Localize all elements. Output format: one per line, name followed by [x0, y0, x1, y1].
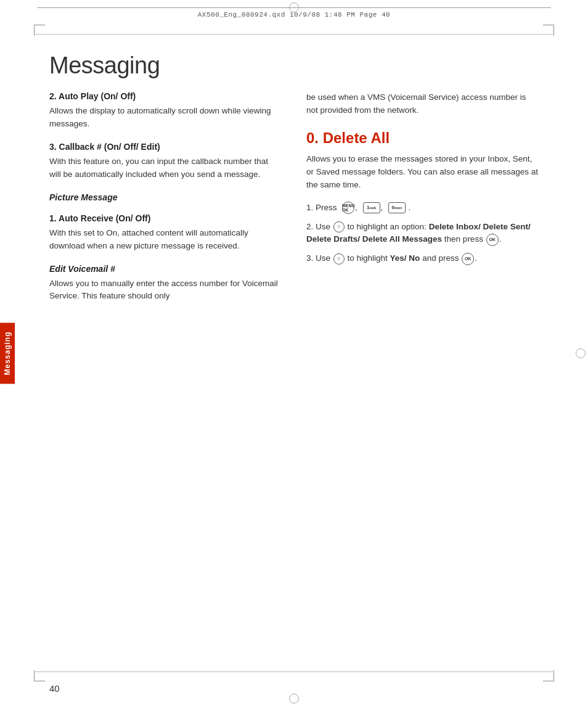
auto-play-number: 2. — [49, 91, 59, 101]
section-auto-play: 2. Auto Play (On/ Off) Allows the displa… — [49, 91, 282, 131]
auto-receive-body: With this set to On, attached content wi… — [49, 227, 282, 253]
auto-play-title: Auto Play (On/ Off) — [59, 91, 136, 101]
callback-number: 3. — [49, 142, 59, 152]
menu-ok-icon-1: MENUOK — [342, 202, 354, 214]
menu-ok-icon-3: OK — [462, 253, 474, 265]
picture-message-subheading: Picture Message — [49, 192, 282, 202]
voicemail-subheading: Edit Voicemail # — [49, 264, 282, 274]
callback-title: Callback # (On/ Off/ Edit) — [59, 142, 160, 152]
reg-mark-right — [576, 348, 586, 358]
key-1-icon: 1sub — [363, 202, 380, 213]
nav-icon-3: ○ — [333, 253, 345, 265]
section-callback: 3. Callback # (On/ Off/ Edit) With this … — [49, 142, 282, 181]
page-container: AX500_Eng_080924.qxd 10/9/08 1:48 PM Pag… — [0, 0, 588, 706]
bottom-rule — [34, 671, 554, 672]
auto-play-heading: 2. Auto Play (On/ Off) — [49, 91, 282, 101]
right-column: be used when a VMS (Voicemail Service) a… — [306, 91, 539, 672]
auto-receive-heading: 1. Auto Receive (On/ Off) — [49, 213, 282, 223]
delete-all-heading: 0. Delete All — [306, 129, 539, 147]
page-number: 40 — [49, 683, 60, 694]
callback-heading: 3. Callback # (On/ Off/ Edit) — [49, 142, 282, 152]
step-2: 2. Use ○ to highlight an option: Delete … — [306, 221, 539, 247]
step-3-content: 3. Use ○ to highlight Yes/ No and press … — [306, 252, 539, 265]
reg-mark-bottom — [289, 694, 299, 704]
header-bar: AX500_Eng_080924.qxd 10/9/08 1:48 PM Pag… — [37, 7, 551, 21]
page-title: Messaging — [49, 52, 539, 79]
section-auto-receive: 1. Auto Receive (On/ Off) With this set … — [49, 213, 282, 253]
voicemail-body: Allows you to manually enter the access … — [49, 277, 282, 303]
content-area: Messaging 2. Auto Play (On/ Off) Allows … — [49, 34, 539, 672]
section-picture-message: Picture Message — [49, 192, 282, 202]
nav-icon-2: ○ — [333, 221, 345, 232]
step-3: 3. Use ○ to highlight Yes/ No and press … — [306, 252, 539, 265]
auto-receive-number: 1. — [49, 213, 59, 223]
step-2-content: 2. Use ○ to highlight an option: Delete … — [306, 221, 539, 247]
step-1: 1. Press MENUOK, 1sub, 0next . — [306, 202, 539, 215]
auto-play-body: Allows the display to automatically scro… — [49, 105, 282, 131]
step-1-num: 1. Press — [306, 202, 339, 215]
step-1-icons: MENUOK, 1sub, 0next . — [341, 202, 410, 215]
section-voicemail: Edit Voicemail # Allows you to manually … — [49, 264, 282, 303]
two-column-layout: 2. Auto Play (On/ Off) Allows the displa… — [49, 91, 539, 672]
header-text: AX500_Eng_080924.qxd 10/9/08 1:48 PM Pag… — [198, 11, 390, 18]
step-3-options: Yes/ No — [390, 253, 420, 263]
key-0-icon: 0next — [388, 202, 406, 213]
auto-receive-title: Auto Receive (On/ Off) — [59, 213, 150, 223]
menu-ok-icon-2: OK — [486, 234, 499, 246]
delete-all-intro: Allows you to erase the messages stored … — [306, 153, 539, 192]
callback-body: With this feature on, you can input the … — [49, 155, 282, 181]
left-column: 2. Auto Play (On/ Off) Allows the displa… — [49, 91, 282, 672]
side-tab: Messaging — [0, 322, 15, 384]
continuation-text: be used when a VMS (Voicemail Service) a… — [306, 91, 539, 117]
